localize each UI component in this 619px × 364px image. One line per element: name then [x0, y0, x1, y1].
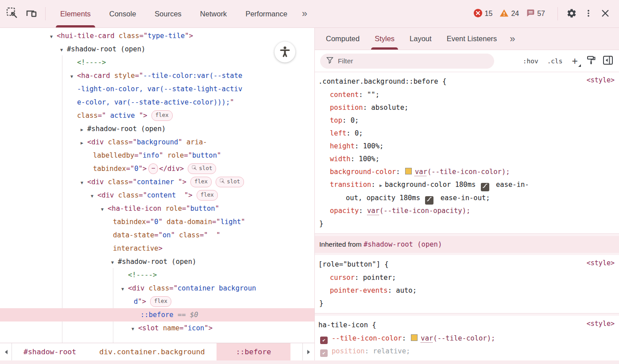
- css-property-name[interactable]: transition: [330, 181, 371, 189]
- collapse-caret-icon[interactable]: ▼: [60, 43, 67, 57]
- dom-tree-row[interactable]: data-state="on" class=" ": [0, 228, 314, 242]
- dom-tree-row[interactable]: labelledby="info" role="button": [0, 149, 314, 162]
- dom-tree-row[interactable]: ▼<div class="container ">flexslot: [0, 175, 314, 189]
- declaration-checkbox[interactable]: ✔: [320, 337, 328, 344]
- crumb-div-container-background[interactable]: div.container.background: [88, 343, 216, 360]
- bezier-editor-icon[interactable]: [481, 183, 489, 191]
- sidebar-more-tabs-icon[interactable]: »: [504, 28, 520, 50]
- badge-slot[interactable]: slot: [216, 177, 244, 187]
- css-selector[interactable]: [role="button"] {: [318, 257, 615, 271]
- css-property-name[interactable]: position: [330, 104, 363, 112]
- style-origin-link[interactable]: <style>: [587, 259, 615, 267]
- badge-slot[interactable]: slot: [188, 163, 216, 174]
- toggle-element-state-button[interactable]: :hov: [518, 58, 543, 65]
- collapse-caret-icon[interactable]: ▼: [101, 203, 108, 216]
- collapse-caret-icon[interactable]: ▼: [111, 256, 118, 269]
- collapse-caret-icon[interactable]: ▼: [91, 190, 97, 203]
- dom-tree-row[interactable]: ▼<div class="content ">flex: [0, 189, 314, 202]
- css-declaration[interactable]: ✔--tile-icon-color: var(--tile-color);: [318, 332, 615, 345]
- css-selector[interactable]: .container.background::before {: [318, 74, 615, 89]
- more-tabs-icon[interactable]: »: [297, 0, 313, 27]
- sidebar-tab-event-listeners[interactable]: Event Listeners: [439, 28, 505, 50]
- collapse-caret-icon[interactable]: ▼: [70, 70, 77, 83]
- collapse-caret-icon[interactable]: ▼: [81, 176, 87, 190]
- dom-tree-row[interactable]: tabindex="0">⋯</div>slot: [0, 162, 314, 175]
- new-style-rule-button[interactable]: +: [567, 54, 583, 68]
- collapse-caret-icon[interactable]: ▼: [50, 30, 57, 43]
- css-property-name[interactable]: cursor: [330, 274, 355, 282]
- badge-flex[interactable]: flex: [150, 296, 171, 307]
- badge-flex[interactable]: flex: [190, 177, 212, 187]
- css-property-name[interactable]: opacity: [330, 207, 359, 215]
- color-swatch[interactable]: [405, 168, 412, 174]
- warning-badge[interactable]: 24: [499, 8, 519, 19]
- css-property-name[interactable]: --tile-icon-color: [332, 334, 402, 342]
- dom-tree-row[interactable]: class=" active ">flex: [0, 109, 314, 122]
- color-swatch[interactable]: [411, 334, 418, 341]
- css-selector[interactable]: ha-tile-icon {: [318, 318, 615, 332]
- expand-children-button[interactable]: ⋯: [148, 163, 158, 174]
- dom-tree-row[interactable]: ▼#shadow-root (open): [0, 43, 314, 56]
- dom-tree-row[interactable]: ▼<div class="container backgroun: [0, 282, 314, 295]
- dom-tree-row[interactable]: -light-on-color, var(--state-light-activ: [0, 82, 314, 96]
- styles-filter-input[interactable]: Filter: [320, 54, 494, 69]
- css-property-name[interactable]: position: [332, 347, 365, 355]
- css-declaration[interactable]: transition: ▶background-color 180ms ease…: [318, 178, 615, 205]
- css-property-name[interactable]: height: [330, 142, 355, 150]
- style-origin-link[interactable]: <style>: [587, 320, 615, 328]
- expand-caret-icon[interactable]: ▶: [81, 123, 87, 136]
- tab-network[interactable]: Network: [191, 0, 236, 27]
- crumb--shadow-root[interactable]: #shadow-root: [12, 343, 88, 360]
- css-declaration[interactable]: left: 0;: [318, 127, 615, 140]
- badge-flex[interactable]: flex: [197, 190, 218, 201]
- issues-badge[interactable]: 57: [526, 8, 545, 19]
- dom-tree-row[interactable]: d">flex: [0, 295, 314, 308]
- inherited-source-link[interactable]: #shadow-root (open): [364, 240, 442, 248]
- css-declaration[interactable]: ✔position: relative;: [318, 345, 615, 358]
- css-declaration[interactable]: pointer-events: auto;: [318, 284, 615, 297]
- css-declaration[interactable]: opacity: var(--tile-icon-opacity);: [318, 205, 615, 217]
- device-toolbar-button[interactable]: [23, 5, 40, 23]
- tab-sources[interactable]: Sources: [145, 0, 191, 27]
- css-property-name[interactable]: left: [330, 129, 346, 137]
- badge-flex[interactable]: flex: [151, 110, 173, 121]
- crumb--before[interactable]: ::before: [217, 343, 290, 360]
- bezier-editor-icon[interactable]: [425, 196, 433, 205]
- inspect-element-button[interactable]: [4, 5, 20, 23]
- expand-caret-icon[interactable]: ▶: [81, 136, 87, 150]
- dom-tree-row[interactable]: ▼<ha-card style="--tile-color:var(--stat…: [0, 69, 314, 82]
- dom-node-selected[interactable]: ::before == $0: [0, 308, 314, 321]
- settings-button[interactable]: [563, 5, 580, 23]
- dom-tree-row[interactable]: ▶#shadow-root (open): [0, 122, 314, 136]
- sidebar-tab-styles[interactable]: Styles: [367, 28, 402, 50]
- breadcrumb-forward-button[interactable]: [302, 343, 314, 360]
- css-declaration[interactable]: height: 100%;: [318, 140, 615, 153]
- more-options-button[interactable]: [580, 5, 597, 23]
- css-property-name[interactable]: width: [330, 155, 351, 163]
- css-property-name[interactable]: background-color: [330, 168, 396, 176]
- dom-tree-row[interactable]: tabindex="0" data-domain="light": [0, 215, 314, 228]
- dom-tree-row[interactable]: ▼<slot name="icon">: [0, 321, 314, 335]
- dom-tree-row[interactable]: ▼<ha-tile-icon role="button": [0, 202, 314, 215]
- dom-tree-row[interactable]: ▶<div class="background" aria-: [0, 136, 314, 149]
- tab-elements[interactable]: Elements: [51, 0, 100, 27]
- sidebar-tab-computed[interactable]: Computed: [318, 28, 367, 50]
- dom-tree-row[interactable]: <!---->: [0, 56, 314, 69]
- sidebar-tab-layout[interactable]: Layout: [402, 28, 439, 50]
- collapse-caret-icon[interactable]: ▼: [132, 322, 138, 336]
- tab-performance[interactable]: Performance: [236, 0, 296, 27]
- rendering-emulation-button[interactable]: [583, 52, 600, 70]
- breadcrumb-back-button[interactable]: [0, 343, 12, 360]
- collapse-caret-icon[interactable]: ▼: [121, 283, 128, 296]
- error-badge[interactable]: 15: [473, 8, 493, 19]
- dom-tree-row[interactable]: <!---->: [0, 268, 314, 282]
- css-declaration[interactable]: position: absolute;: [318, 101, 615, 114]
- dom-tree-row[interactable]: ▼<hui-tile-card class="type-tile">: [0, 29, 314, 43]
- tab-console[interactable]: Console: [100, 0, 146, 27]
- css-declaration[interactable]: content: "";: [318, 89, 615, 101]
- toggle-sidebar-button[interactable]: [600, 52, 616, 70]
- css-property-name[interactable]: pointer-events: [330, 287, 388, 294]
- css-declaration[interactable]: width: 100%;: [318, 153, 615, 166]
- close-devtools-button[interactable]: [597, 5, 614, 23]
- css-declaration[interactable]: background-color: var(--tile-icon-color)…: [318, 166, 615, 178]
